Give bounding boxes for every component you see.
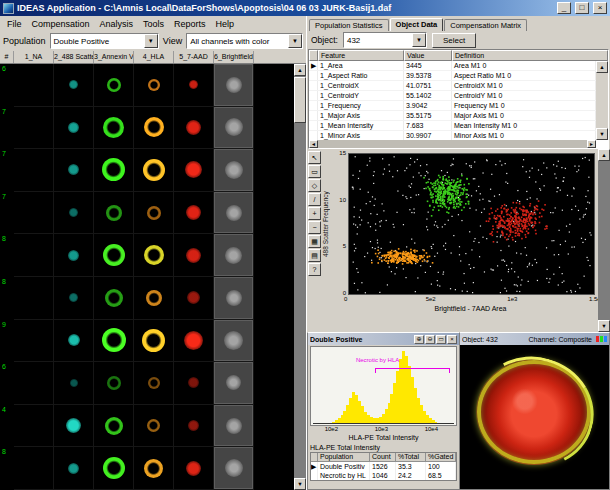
zoom-in-tool[interactable]: + (308, 207, 321, 220)
gallery-row[interactable]: 7 (0, 107, 294, 150)
gallery-row[interactable]: 7 (0, 192, 294, 235)
view-value: All channels with color (187, 37, 288, 46)
gallery-row[interactable]: 6 (0, 362, 294, 405)
zoom-in-icon[interactable]: ⊕ (414, 335, 424, 344)
tab-compensation-matrix[interactable]: Compensation Matrix (444, 19, 527, 31)
tab-object-data[interactable]: Object Data (390, 18, 444, 31)
gallery-row[interactable]: 8 (0, 234, 294, 277)
cell-blob (148, 79, 160, 91)
plot-scrollbar[interactable]: ▲ ▼ (598, 149, 610, 332)
chevron-down-icon[interactable]: ▼ (412, 33, 426, 47)
channel-image (174, 320, 214, 363)
stats-column-header[interactable]: %Gated (426, 453, 456, 462)
stats-column-header[interactable]: Population (318, 453, 370, 462)
channel-image (214, 447, 254, 490)
object-viewer-panel: Object: 432 Channel: Composite (460, 332, 610, 490)
composite-channels-icon[interactable] (596, 336, 607, 342)
cell-image-view[interactable] (460, 345, 609, 489)
channel-image (14, 405, 54, 448)
feature-cell: CentroidX M1 0 (452, 81, 596, 90)
feature-row[interactable]: 1_Minor Axis30.9907Minor Axis M1 0 (309, 131, 596, 140)
viewer-titlebar[interactable]: Object: 432 Channel: Composite (460, 333, 609, 345)
scroll-down-icon[interactable]: ▼ (596, 128, 608, 140)
close-button[interactable]: × (593, 2, 607, 14)
feature-row[interactable]: 1_CentroidX41.0751CentroidX M1 0 (309, 81, 596, 91)
scroll-left-icon[interactable]: ◄ (309, 140, 318, 148)
feature-row[interactable]: 1_Frequency3.9042Frequency M1 0 (309, 101, 596, 111)
channel-image (14, 277, 54, 320)
stats-row[interactable]: ▶Double Positiv152635.3100 (311, 462, 456, 471)
gallery-scrollbar-thumb[interactable] (294, 77, 306, 123)
pointer-tool[interactable]: ↖ (308, 151, 321, 164)
minimize-button[interactable]: _ (557, 2, 571, 14)
menu-analysis[interactable]: Analysis (95, 19, 139, 29)
select-button[interactable]: Select (432, 33, 476, 48)
feature-cell: Frequency M1 0 (452, 101, 596, 110)
feature-table-hscrollbar[interactable]: ◄ ► (309, 140, 596, 148)
list-view-tool[interactable]: ▤ (308, 249, 321, 262)
zoom-out-icon[interactable]: ⊖ (425, 335, 435, 344)
scroll-up-icon[interactable]: ▲ (294, 64, 306, 76)
x-axis-tick-label: 5e2 (426, 296, 436, 302)
title-bar[interactable]: IDEAS Application - C:\Amnis Local\DataF… (0, 0, 610, 16)
feature-table-scrollbar[interactable]: ▲ ▼ (596, 61, 608, 140)
feature-column-header[interactable]: Feature (318, 50, 404, 61)
feature-row[interactable]: 1_Aspect Ratio39.5378Aspect Ratio M1 0 (309, 71, 596, 81)
scatter-plot-canvas[interactable] (348, 153, 595, 295)
menu-reports[interactable]: Reports (169, 19, 211, 29)
menu-file[interactable]: File (2, 19, 27, 29)
gallery-row[interactable]: 8 (0, 277, 294, 320)
gallery-row[interactable]: 6 (0, 64, 294, 107)
menu-tools[interactable]: Tools (138, 19, 169, 29)
feature-row[interactable]: ▶1_Area3445Area M1 0 (309, 61, 596, 71)
histogram-title: Double Positive (310, 336, 413, 343)
population-dropdown[interactable]: Double Positive ▼ (50, 33, 159, 49)
chevron-down-icon[interactable]: ▼ (288, 34, 302, 48)
object-number: 9 (0, 320, 14, 363)
feature-column-header[interactable]: Value (404, 50, 452, 61)
cell-blob (225, 459, 243, 477)
rect-region-tool[interactable]: ▭ (308, 165, 321, 178)
menu-compensation[interactable]: Compensation (27, 19, 95, 29)
stats-row[interactable]: Necrotic by HL104624.268.5 (311, 471, 456, 480)
view-dropdown[interactable]: All channels with color ▼ (186, 33, 303, 49)
gate-line[interactable] (375, 368, 450, 369)
object-dropdown[interactable]: 432 ▼ (343, 32, 427, 48)
stats-column-header[interactable]: %Total (396, 453, 426, 462)
scroll-up-icon[interactable]: ▲ (596, 61, 608, 73)
channel-image (214, 320, 254, 363)
region-icon[interactable]: ▭ (436, 335, 446, 344)
feature-row[interactable]: 1_Mean Intensity7.683Mean Intensity M1 0 (309, 121, 596, 131)
object-number: 7 (0, 149, 14, 192)
scroll-up-icon[interactable]: ▲ (598, 149, 610, 161)
tab-population-statistics[interactable]: Population Statistics (309, 19, 389, 31)
maximize-button[interactable]: □ (575, 2, 589, 14)
scatter-x-ticks: 05e21e31.5e3 (322, 296, 598, 304)
gallery-row[interactable]: 8 (0, 447, 294, 490)
feature-row[interactable]: 1_Major Axis35.5175Major Axis M1 0 (309, 111, 596, 121)
gallery-row[interactable]: 7 (0, 149, 294, 192)
window-title: IDEAS Application - C:\Amnis Local\DataF… (17, 3, 553, 13)
stats-column-header[interactable]: Count (370, 453, 396, 462)
gallery-scrollbar[interactable]: ▲ ▼ (294, 64, 306, 490)
gallery-row[interactable]: 9 (0, 320, 294, 363)
scroll-right-icon[interactable]: ► (587, 140, 596, 148)
feature-row[interactable]: 1_CentroidY55.1402CentroidY M1 0 (309, 91, 596, 101)
histogram-plot[interactable]: Necrotic by HLA (310, 346, 457, 426)
chevron-down-icon[interactable]: ▼ (144, 34, 158, 48)
scroll-down-icon[interactable]: ▼ (294, 478, 306, 490)
scroll-down-icon[interactable]: ▼ (598, 320, 610, 332)
help-tool[interactable]: ? (308, 263, 321, 276)
grid-view-tool[interactable]: ▦ (308, 235, 321, 248)
feature-column-header[interactable]: Definition (452, 50, 608, 61)
close-icon[interactable]: × (447, 335, 457, 344)
histogram-x-tick-label: 10e2 (325, 426, 338, 432)
scatter-x-axis-label: Brightfield - 7AAD Area (348, 305, 593, 312)
gallery-row[interactable]: 4 (0, 405, 294, 448)
cell-blob (224, 331, 243, 350)
histogram-titlebar[interactable]: Double Positive ⊕⊖▭× (308, 333, 459, 345)
menu-help[interactable]: Help (211, 19, 240, 29)
line-region-tool[interactable]: / (308, 193, 321, 206)
polygon-region-tool[interactable]: ◇ (308, 179, 321, 192)
zoom-out-tool[interactable]: − (308, 221, 321, 234)
